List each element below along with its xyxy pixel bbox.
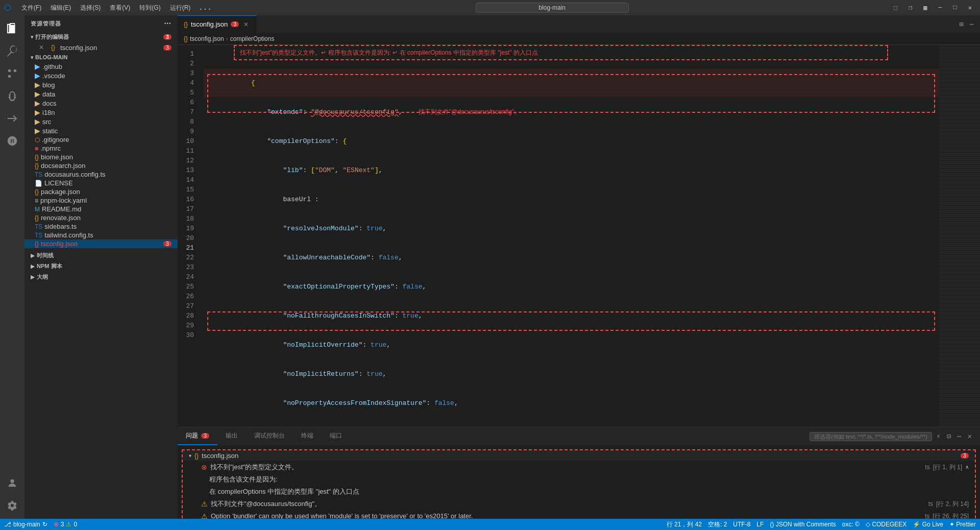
problem-item-1[interactable]: ⊗ 找不到"jest"的类型定义文件。 ts [行 1, 列 1] ∧ [183,461,975,473]
tab-problems[interactable]: 问题 3 [178,427,217,445]
encoding: UTF-8 [733,521,750,528]
menu-file[interactable]: 文件(F) [17,3,45,13]
code-line-4[interactable]: "lib": ["DOM", "ESNext"], [203,156,939,185]
code-line-10[interactable]: "noImplicitOverride": true, [203,330,939,359]
close-editor-icon[interactable]: ✕ [39,44,44,51]
encoding-status[interactable]: UTF-8 [733,521,750,528]
filter-icon[interactable]: ⚡ [934,431,942,442]
tree-item-github[interactable]: ▶ .github [24,62,178,71]
tab-tsconfig[interactable]: {} tsconfig.json 3 ✕ [178,15,257,33]
tree-item-data[interactable]: ▶ data [24,89,178,99]
code-line-7[interactable]: "allowUnreachableCode": false, [203,243,939,272]
code-line-1[interactable]: { [203,68,939,98]
oxc-status[interactable]: oxc: © [842,521,860,528]
tree-item-gitignore[interactable]: ⬡ .gitignore [24,135,178,144]
split-editor-icon[interactable]: ⊞ [957,19,965,30]
more-icon[interactable]: ⋯ [955,431,963,442]
sidebar-new-file-icon[interactable]: ⋯ [164,19,172,28]
menu-more[interactable]: ... [195,3,214,13]
code-line-12[interactable]: "noPropertyAccessFromIndexSignature": fa… [203,389,939,418]
spaces-status[interactable]: 空格: 2 [708,520,727,529]
golive-status[interactable]: ⚡ Go Live [913,521,943,528]
problem-item-2[interactable]: ⚠ 找不到文件"@docusaurus/tsconfig"。 ts [行 2, … [183,498,975,510]
tree-item-npmrc[interactable]: ■ .npmrc [24,144,178,153]
tab-close-icon[interactable]: ✕ [242,20,250,29]
close-panel-icon[interactable]: ✕ [966,431,974,442]
outline-section[interactable]: ▶ 大纲 [24,272,178,282]
title-search-box[interactable]: blog-main [476,3,629,13]
tree-item-i18n[interactable]: ▶ i18n [24,108,178,117]
menu-run[interactable]: 运行(R) [166,3,195,13]
close-button[interactable]: ─ [934,3,946,13]
tree-item-tsconfig[interactable]: {} tsconfig.json 3 [24,239,178,248]
activity-remote-icon[interactable] [3,132,21,150]
activity-settings-icon[interactable] [3,496,21,515]
prettier-status[interactable]: ✦ Prettier [949,521,976,528]
problem-file-header[interactable]: ▾ {} tsconfig.json 3 [183,450,975,461]
tree-item-blog[interactable]: ▶ blog [24,80,178,89]
open-editor-tsconfig[interactable]: ✕ {} tsconfig.json 3 [24,42,178,53]
maximize-button[interactable]: ❐ [904,3,916,13]
open-editor-badge: 3 [163,45,172,51]
problem-item-3[interactable]: ⚠ Option 'bundler' can only be used when… [183,510,975,519]
activity-git-icon[interactable] [3,64,21,83]
breadcrumb-section[interactable]: compilerOptions [230,35,275,42]
code-line-5[interactable]: baseUrl : [203,185,939,214]
code-line-2[interactable]: "extends": "@docusaurus/tsconfig", 找不到文件… [203,98,939,127]
activity-extensions-icon[interactable] [3,109,21,128]
activity-account-icon[interactable] [3,474,21,492]
tab-debug-console[interactable]: 调试控制台 [246,427,293,445]
activity-explorer-icon[interactable] [3,19,21,38]
window-close-button[interactable]: ✕ [964,3,976,13]
tree-item-static[interactable]: ▶ static [24,126,178,135]
npm-scripts-section[interactable]: ▶ NPM 脚本 [24,261,178,272]
collapse-icon[interactable]: ⊟ [945,431,953,442]
restore-button[interactable]: □ [949,3,961,13]
menu-edit[interactable]: 编辑(E) [46,3,75,13]
code-line-3[interactable]: "compilerOptions": { [203,127,939,156]
menu-goto[interactable]: 转到(G) [135,3,164,13]
code-line-8[interactable]: "exactOptionalPropertyTypes": false, [203,272,939,301]
branch-status[interactable]: ⎇ blog-main ↻ [4,521,47,528]
breadcrumb-file[interactable]: tsconfig.json [190,35,224,42]
tree-item-biome[interactable]: {} biome.json [24,153,178,161]
menu-select[interactable]: 选择(S) [76,3,105,13]
tab-ports[interactable]: 端口 [322,427,350,445]
more-actions-icon[interactable]: ⋯ [968,19,976,30]
minimize-button[interactable]: ⬚ [890,3,901,13]
tree-item-tailwind[interactable]: TS tailwind.config.ts [24,231,178,239]
problem-detail-1b: 在 compilerOptions 中指定的类型库 "jest" 的入口点 [183,486,975,498]
tree-item-license[interactable]: 📄 LICENSE [24,179,178,187]
code-line-13[interactable]: "noUncheckedIndexedAccess": true, [203,418,939,427]
tree-item-docsearch[interactable]: {} docsearch.json [24,161,178,170]
layout-button[interactable]: ▦ [919,3,931,13]
activity-search-icon[interactable] [3,42,21,60]
activity-debug-icon[interactable] [3,87,21,105]
open-editors-section[interactable]: ▾ 打开的编辑器 3 [24,32,178,42]
code-content[interactable]: 找不到"jest"的类型定义文件。↵ 程序包含该文件是因为: ↵ 在 compi… [203,45,939,427]
language-status[interactable]: () JSON with Comments [770,521,836,528]
code-line-9[interactable]: "noFallthroughCasesInSwitch": true, [203,301,939,330]
tab-output[interactable]: 输出 [217,427,246,445]
tree-item-package[interactable]: {} package.json [24,187,178,196]
tree-item-vscode[interactable]: ▶ .vscode [24,71,178,80]
tree-item-src[interactable]: ▶ src [24,117,178,126]
project-section[interactable]: ▾ BLOG-MAIN [24,53,178,62]
cursor-pos-status[interactable]: 行 21，列 42 [667,520,702,529]
tree-item-renovate[interactable]: {} renovate.json [24,213,178,222]
tree-item-docusaurus[interactable]: TS docusaurus.config.ts [24,170,178,179]
timeline-section[interactable]: ▶ 时间线 [24,250,178,261]
error-status[interactable]: ⊗ 3 ⚠ 0 [54,521,77,528]
tree-item-docs[interactable]: ▶ docs [24,99,178,108]
line-ending-status[interactable]: LF [756,521,764,528]
chevron-expand-icon[interactable]: ∧ [965,463,969,472]
menu-view[interactable]: 查看(V) [106,3,134,13]
tree-item-sidebars[interactable]: TS sidebars.ts [24,222,178,231]
filter-input[interactable] [810,432,932,441]
code-line-6[interactable]: "resolveJsonModule": true, [203,214,939,243]
tab-terminal[interactable]: 终端 [293,427,322,445]
tree-item-pnpm[interactable]: ≡ pnpm-lock.yaml [24,196,178,205]
code-line-11[interactable]: "noImplicitReturns": true, [203,359,939,389]
codegeex-status[interactable]: ◇ CODEGEEX [866,521,906,528]
tree-item-readme[interactable]: M README.md [24,205,178,213]
